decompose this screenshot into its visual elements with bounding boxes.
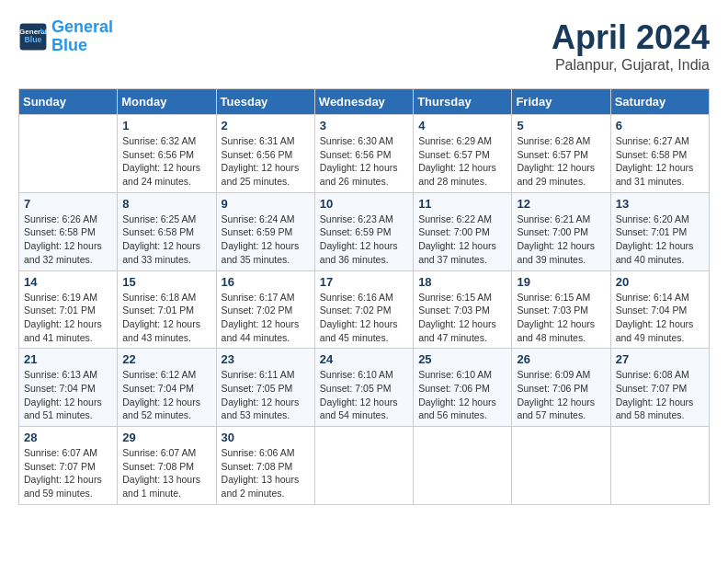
day-number: 21 (24, 352, 112, 366)
day-info: Sunrise: 6:06 AM Sunset: 7:08 PM Dayligh… (222, 446, 310, 500)
day-cell: 27Sunrise: 6:08 AM Sunset: 7:07 PM Dayli… (610, 349, 709, 427)
day-number: 15 (122, 275, 210, 289)
svg-text:Blue: Blue (24, 35, 41, 44)
day-number: 6 (616, 119, 704, 132)
day-number: 20 (616, 275, 704, 289)
week-row-2: 7Sunrise: 6:26 AM Sunset: 6:58 PM Daylig… (19, 192, 710, 270)
day-info: Sunrise: 6:17 AM Sunset: 7:02 PM Dayligh… (222, 291, 310, 345)
week-row-1: 1Sunrise: 6:32 AM Sunset: 6:56 PM Daylig… (19, 115, 710, 193)
day-info: Sunrise: 6:25 AM Sunset: 6:58 PM Dayligh… (122, 213, 210, 267)
day-info: Sunrise: 6:12 AM Sunset: 7:04 PM Dayligh… (122, 368, 210, 422)
day-cell: 11Sunrise: 6:22 AM Sunset: 7:00 PM Dayli… (414, 192, 512, 270)
day-info: Sunrise: 6:11 AM Sunset: 7:05 PM Dayligh… (222, 368, 310, 422)
day-cell: 16Sunrise: 6:17 AM Sunset: 7:02 PM Dayli… (216, 270, 314, 349)
day-info: Sunrise: 6:18 AM Sunset: 7:01 PM Dayligh… (122, 291, 210, 345)
day-info: Sunrise: 6:15 AM Sunset: 7:03 PM Dayligh… (517, 291, 605, 345)
day-cell: 24Sunrise: 6:10 AM Sunset: 7:05 PM Dayli… (314, 349, 413, 427)
header-cell-sunday: Sunday (19, 89, 118, 115)
day-number: 3 (320, 119, 408, 132)
day-cell: 15Sunrise: 6:18 AM Sunset: 7:01 PM Dayli… (118, 270, 216, 349)
week-row-5: 28Sunrise: 6:07 AM Sunset: 7:07 PM Dayli… (19, 427, 710, 505)
day-cell: 9Sunrise: 6:24 AM Sunset: 6:59 PM Daylig… (216, 192, 314, 270)
day-number: 10 (320, 197, 408, 211)
day-cell: 3Sunrise: 6:30 AM Sunset: 6:56 PM Daylig… (314, 115, 413, 193)
day-cell: 29Sunrise: 6:07 AM Sunset: 7:08 PM Dayli… (118, 427, 216, 505)
day-info: Sunrise: 6:07 AM Sunset: 7:07 PM Dayligh… (24, 446, 112, 500)
location: Palanpur, Gujarat, India (552, 57, 710, 74)
header-cell-monday: Monday (118, 89, 216, 115)
day-cell (19, 115, 118, 193)
day-number: 1 (122, 119, 210, 132)
day-info: Sunrise: 6:15 AM Sunset: 7:03 PM Dayligh… (418, 291, 506, 345)
day-cell: 22Sunrise: 6:12 AM Sunset: 7:04 PM Dayli… (118, 349, 216, 427)
week-row-3: 14Sunrise: 6:19 AM Sunset: 7:01 PM Dayli… (19, 270, 710, 349)
day-number: 7 (24, 197, 112, 211)
header-cell-tuesday: Tuesday (216, 89, 314, 115)
week-row-4: 21Sunrise: 6:13 AM Sunset: 7:04 PM Dayli… (19, 349, 710, 427)
day-cell: 10Sunrise: 6:23 AM Sunset: 6:59 PM Dayli… (314, 192, 413, 270)
day-info: Sunrise: 6:10 AM Sunset: 7:06 PM Dayligh… (418, 368, 506, 422)
day-cell (414, 427, 512, 505)
day-cell: 26Sunrise: 6:09 AM Sunset: 7:06 PM Dayli… (512, 349, 610, 427)
logo-icon: General Blue (18, 22, 48, 52)
header-row: SundayMondayTuesdayWednesdayThursdayFrid… (19, 89, 710, 115)
day-cell (610, 427, 709, 505)
day-info: Sunrise: 6:23 AM Sunset: 6:59 PM Dayligh… (320, 213, 408, 267)
day-info: Sunrise: 6:09 AM Sunset: 7:06 PM Dayligh… (517, 368, 605, 422)
day-number: 16 (222, 275, 310, 289)
day-info: Sunrise: 6:19 AM Sunset: 7:01 PM Dayligh… (24, 291, 112, 345)
day-cell: 18Sunrise: 6:15 AM Sunset: 7:03 PM Dayli… (414, 270, 512, 349)
day-number: 2 (222, 119, 310, 132)
day-info: Sunrise: 6:29 AM Sunset: 6:57 PM Dayligh… (418, 134, 506, 189)
month-title: April 2024 (552, 18, 710, 57)
day-info: Sunrise: 6:27 AM Sunset: 6:58 PM Dayligh… (616, 134, 704, 189)
day-info: Sunrise: 6:16 AM Sunset: 7:02 PM Dayligh… (320, 291, 408, 345)
day-number: 4 (418, 119, 506, 132)
day-number: 12 (517, 197, 605, 211)
day-cell: 20Sunrise: 6:14 AM Sunset: 7:04 PM Dayli… (610, 270, 709, 349)
day-number: 24 (320, 352, 408, 366)
day-info: Sunrise: 6:14 AM Sunset: 7:04 PM Dayligh… (616, 291, 704, 345)
day-cell: 14Sunrise: 6:19 AM Sunset: 7:01 PM Dayli… (19, 270, 118, 349)
header-cell-thursday: Thursday (414, 89, 512, 115)
day-cell: 23Sunrise: 6:11 AM Sunset: 7:05 PM Dayli… (216, 349, 314, 427)
day-number: 30 (222, 431, 310, 444)
day-number: 13 (616, 197, 704, 211)
day-info: Sunrise: 6:20 AM Sunset: 7:01 PM Dayligh… (616, 213, 704, 267)
calendar-table: SundayMondayTuesdayWednesdayThursdayFrid… (18, 88, 710, 505)
header-cell-friday: Friday (512, 89, 610, 115)
day-number: 14 (24, 275, 112, 289)
day-info: Sunrise: 6:24 AM Sunset: 6:59 PM Dayligh… (222, 213, 310, 267)
day-number: 29 (122, 431, 210, 444)
day-cell: 12Sunrise: 6:21 AM Sunset: 7:00 PM Dayli… (512, 192, 610, 270)
logo: General Blue General Blue (18, 18, 113, 55)
day-info: Sunrise: 6:10 AM Sunset: 7:05 PM Dayligh… (320, 368, 408, 422)
day-number: 19 (517, 275, 605, 289)
day-info: Sunrise: 6:21 AM Sunset: 7:00 PM Dayligh… (517, 213, 605, 267)
day-number: 18 (418, 275, 506, 289)
day-number: 26 (517, 352, 605, 366)
day-cell: 21Sunrise: 6:13 AM Sunset: 7:04 PM Dayli… (19, 349, 118, 427)
day-number: 11 (418, 197, 506, 211)
day-info: Sunrise: 6:08 AM Sunset: 7:07 PM Dayligh… (616, 368, 704, 422)
day-number: 27 (616, 352, 704, 366)
day-cell (314, 427, 413, 505)
day-number: 9 (222, 197, 310, 211)
logo-text: General Blue (51, 18, 113, 55)
page-header: General Blue General Blue April 2024 Pal… (18, 18, 710, 74)
day-cell: 1Sunrise: 6:32 AM Sunset: 6:56 PM Daylig… (118, 115, 216, 193)
day-cell: 13Sunrise: 6:20 AM Sunset: 7:01 PM Dayli… (610, 192, 709, 270)
day-cell: 25Sunrise: 6:10 AM Sunset: 7:06 PM Dayli… (414, 349, 512, 427)
day-cell: 28Sunrise: 6:07 AM Sunset: 7:07 PM Dayli… (19, 427, 118, 505)
day-info: Sunrise: 6:26 AM Sunset: 6:58 PM Dayligh… (24, 213, 112, 267)
day-number: 5 (517, 119, 605, 132)
day-info: Sunrise: 6:07 AM Sunset: 7:08 PM Dayligh… (122, 446, 210, 500)
day-cell: 30Sunrise: 6:06 AM Sunset: 7:08 PM Dayli… (216, 427, 314, 505)
day-info: Sunrise: 6:30 AM Sunset: 6:56 PM Dayligh… (320, 134, 408, 189)
day-number: 25 (418, 352, 506, 366)
day-number: 22 (122, 352, 210, 366)
day-number: 17 (320, 275, 408, 289)
header-cell-wednesday: Wednesday (314, 89, 413, 115)
day-cell (512, 427, 610, 505)
day-number: 8 (122, 197, 210, 211)
